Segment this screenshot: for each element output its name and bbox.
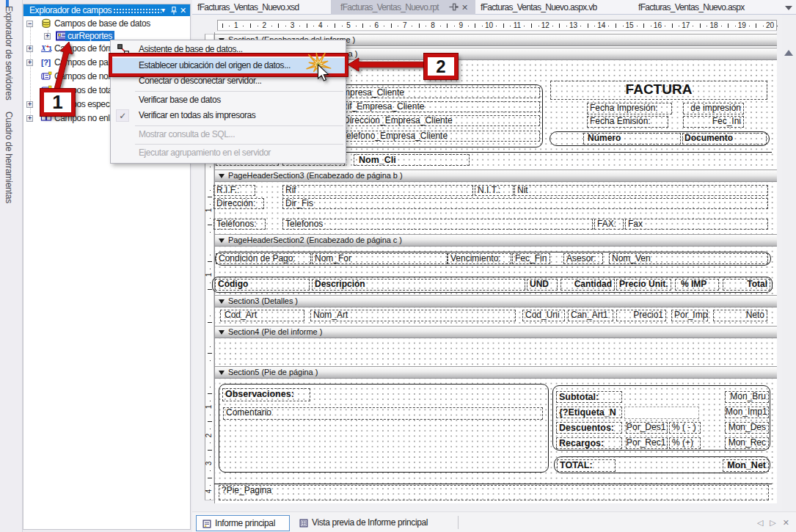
ruler-tick bbox=[643, 23, 644, 28]
ruler-tick bbox=[250, 23, 251, 28]
ruler-dot bbox=[313, 26, 314, 26]
ruler-dot bbox=[210, 316, 211, 316]
callout-number: 2 bbox=[436, 57, 445, 76]
ruler-dot bbox=[566, 26, 567, 26]
expand-plus-icon[interactable]: + bbox=[44, 33, 51, 40]
ruler-number: 6 bbox=[375, 21, 379, 29]
ruler-tick bbox=[335, 23, 335, 28]
ruler-dot bbox=[210, 255, 211, 255]
tab-pin-icon bbox=[448, 1, 459, 12]
ruler-number: 20 bbox=[766, 21, 774, 29]
titlebar-grip bbox=[113, 8, 161, 13]
collapse-minus-icon[interactable]: − bbox=[26, 21, 33, 27]
ruler-dot bbox=[210, 456, 211, 457]
section-collapse-icon[interactable] bbox=[219, 238, 224, 243]
ruler-dot bbox=[210, 415, 211, 415]
ruler-dot bbox=[356, 26, 357, 26]
ruler-number: 16 bbox=[654, 21, 662, 29]
menu-item-8[interactable]: Mostrar consulta de SQL... bbox=[112, 127, 345, 143]
designer-bottom-tabstrip: ◁ ▷ ✕ Informe principalVista previa de I… bbox=[192, 511, 796, 532]
ruler-number: 9 bbox=[459, 21, 464, 29]
expand-plus-icon[interactable]: + bbox=[26, 115, 33, 122]
ruler-number: 19 bbox=[738, 21, 746, 29]
ruler-tick bbox=[700, 23, 701, 28]
bottom-tab-2[interactable]: Vista previa de Informe principal bbox=[293, 515, 451, 531]
document-tab-3[interactable]: fFacturas_Ventas_Nuevo.aspx.vb bbox=[481, 0, 596, 15]
checkmark-icon: ✓ bbox=[116, 109, 129, 122]
document-tab-label: fFacturas_Ventas_Nuevo.xsd bbox=[197, 2, 299, 12]
ruler-dot bbox=[210, 387, 211, 387]
expand-plus-icon[interactable]: + bbox=[26, 59, 33, 66]
ruler-tick bbox=[307, 23, 307, 28]
section-collapse-icon[interactable] bbox=[219, 174, 224, 178]
ruler-dot bbox=[370, 26, 370, 26]
bottom-tab-label: Vista previa de Informe principal bbox=[312, 515, 428, 531]
section-header-4[interactable]: PageHeaderSection2 (Encabezado de página… bbox=[215, 234, 777, 247]
ruler-dot bbox=[210, 269, 211, 269]
document-tab-2[interactable]: fFacturas_Ventas_Nuevo.rpt✕ bbox=[331, 0, 475, 15]
ruler-dot bbox=[210, 232, 211, 233]
field-explorer-title: Explorador de campos bbox=[29, 5, 112, 15]
expand-plus-icon[interactable]: + bbox=[26, 45, 33, 52]
vertical-scrollbar[interactable] bbox=[782, 15, 796, 511]
sidebar-tab-server-explorer[interactable]: Explorador de servidores bbox=[4, 6, 14, 101]
document-tab-1[interactable]: fFacturas_Ventas_Nuevo.xsd bbox=[197, 0, 299, 15]
bottom-tab-label: Informe principal bbox=[215, 516, 275, 531]
ruler-number: 5 bbox=[346, 21, 351, 29]
section-collapse-icon[interactable] bbox=[219, 299, 224, 304]
ruler-dot bbox=[384, 26, 384, 26]
ruler-tick bbox=[208, 393, 212, 394]
section-header-7[interactable]: Section5 (Pie de página ) bbox=[215, 366, 777, 379]
section-content-6 bbox=[215, 338, 777, 366]
ruler-dot bbox=[210, 360, 211, 361]
ruler-dot bbox=[468, 26, 469, 26]
section-collapse-icon[interactable] bbox=[219, 371, 224, 375]
section-header-3[interactable]: PageHeaderSection3 (Encabezado de página… bbox=[215, 170, 777, 182]
document-tab-4[interactable]: fFacturas_Ventas_Nuevo.aspx bbox=[638, 0, 745, 15]
ruler-number: 13 bbox=[569, 21, 577, 29]
section-content-3 bbox=[215, 182, 777, 234]
scroll-up-icon[interactable] bbox=[784, 50, 793, 56]
tree-item-campos-de-base-de-datos[interactable]: −Campos de base de datos bbox=[23, 18, 190, 30]
ruler-tick bbox=[208, 289, 212, 290]
tab-close-icon[interactable]: ✕ bbox=[461, 0, 468, 15]
section-header-5[interactable]: Section3 (Detalles ) bbox=[215, 295, 777, 307]
callout-step-2: 2 bbox=[424, 54, 458, 79]
section-header-6[interactable]: Section4 (Pie del informe ) bbox=[215, 326, 777, 338]
section-collapse-icon[interactable] bbox=[219, 330, 224, 335]
tab-pin-icon[interactable] bbox=[448, 1, 459, 12]
group-name-icon bbox=[40, 70, 52, 82]
ruler-dot bbox=[299, 26, 300, 26]
activity-bar: Explorador de servidoresCuadro de herram… bbox=[0, 0, 23, 532]
field-explorer-titlebar[interactable]: Explorador de campos ▾ ✕ bbox=[23, 4, 190, 16]
ruler-number: 3 bbox=[291, 21, 295, 29]
sidebar-tab-toolbox[interactable]: Cuadro de herramientas bbox=[4, 112, 14, 203]
tree-item-label: Campos de base de datos bbox=[54, 18, 150, 29]
menu-item-5[interactable]: Verificar base de datos bbox=[112, 92, 345, 109]
ruler-tick bbox=[419, 23, 420, 28]
bottom-tab-1[interactable]: Informe principal bbox=[196, 515, 290, 531]
horizontal-ruler: 1234567891011121314151617181920 bbox=[217, 20, 777, 31]
ruler-dot bbox=[721, 26, 722, 26]
ruler-dot bbox=[651, 26, 651, 26]
section-title: Section3 (Detalles ) bbox=[228, 296, 298, 305]
ruler-dot bbox=[665, 26, 665, 26]
section-content-4 bbox=[215, 247, 777, 295]
expand-plus-icon[interactable]: + bbox=[26, 101, 33, 108]
ruler-dot bbox=[229, 26, 230, 26]
bottom-tab-separator bbox=[458, 516, 459, 529]
menu-item-label: Mostrar consulta de SQL... bbox=[139, 129, 235, 139]
menu-item-10[interactable]: Ejecutar agrupamiento en el servidor bbox=[112, 145, 345, 161]
ruler-tick bbox=[559, 23, 560, 28]
section-title: PageHeaderSection2 (Encabezado de página… bbox=[228, 236, 402, 244]
close-icon[interactable]: ✕ bbox=[178, 6, 188, 15]
ruler-dot bbox=[210, 485, 211, 486]
window-menu-icon[interactable]: ▾ bbox=[158, 6, 168, 15]
document-tab-label: fFacturas_Ventas_Nuevo.aspx bbox=[638, 2, 745, 12]
tab-nav-icons[interactable]: ◁ ▷ ✕ bbox=[757, 518, 792, 528]
tab-list-chevron-icon[interactable] bbox=[785, 6, 792, 10]
ruler-number: 12 bbox=[541, 21, 549, 29]
section-title: Section5 (Pie de página ) bbox=[228, 368, 318, 376]
menu-item-6[interactable]: ✓Verificar en todas als impresoras bbox=[112, 108, 345, 124]
menu-separator bbox=[135, 144, 343, 145]
